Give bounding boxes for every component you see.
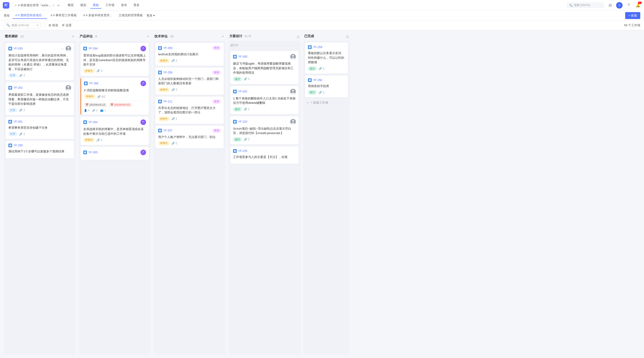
card-yf269: YF-269 萍萍 testhub支持我的测试计划展示 评审中 🔗 2: [155, 43, 224, 66]
card-yf292-badge[interactable]: 打开: [8, 108, 17, 112]
card-yf268-badge[interactable]: 评审中: [84, 94, 95, 99]
col2-title: 产品评估: [80, 34, 92, 38]
nav-workitem[interactable]: 工作项: [102, 2, 117, 8]
filter-icon[interactable]: ⇌: [57, 3, 60, 7]
nav-more[interactable]: 更多: [131, 2, 142, 8]
card-yf268-links[interactable]: 🔗 0/2: [97, 95, 105, 98]
board-search[interactable]: 🔍 搜索 (Ctrl+G) ∨: [4, 22, 41, 28]
col1-add-btn[interactable]: ＋: [71, 34, 75, 39]
card-yf256-id[interactable]: YF-256: [313, 79, 322, 82]
sub-more-btn[interactable]: 更多 ▾: [146, 13, 155, 18]
card-yf294-links[interactable]: 🔗 2: [96, 69, 102, 72]
card-yf207-header: YF-207 萍萍: [158, 129, 221, 133]
card-yf264-links[interactable]: 🔗 2: [96, 139, 102, 142]
card-yf206-id[interactable]: YF-206: [163, 71, 172, 74]
card-yf256-badge[interactable]: 设计: [308, 90, 317, 95]
card-yf294-badge[interactable]: 评审中: [83, 69, 95, 73]
nav-release[interactable]: 发布: [118, 2, 130, 8]
card-yf293-badge[interactable]: 打开: [8, 73, 17, 78]
card-yf290-id[interactable]: YF-290: [14, 144, 22, 147]
notification-btn[interactable]: 🔔 5: [635, 2, 641, 8]
card-yf211-content: 共享出去后的链接地址，打开图片预览太大了，顶部会遮挡住图片的一部分: [158, 106, 221, 115]
nav-plan[interactable]: 规划: [78, 2, 89, 8]
card-yf291-id[interactable]: YF-291: [14, 120, 22, 123]
card-yf256-links[interactable]: 🔗 2: [319, 91, 324, 94]
card-yf207-id[interactable]: YF-207: [163, 129, 172, 132]
card-yf256-footer: 设计 🔗 2: [308, 90, 345, 95]
nav-overview[interactable]: 概览: [65, 2, 76, 8]
card-yf292-id[interactable]: YF-292: [14, 86, 22, 89]
filter-btn[interactable]: ⊟: [607, 2, 613, 8]
sub-tab-2[interactable]: # 事务型工作看板: [48, 12, 80, 19]
card-yf220-links[interactable]: 🔗 2: [244, 138, 250, 141]
col4-title: 方案设计: [229, 34, 242, 38]
help-btn[interactable]: ？: [626, 2, 632, 8]
search-expand[interactable]: ∨: [36, 24, 38, 27]
card-yf211-id[interactable]: YF-211: [163, 100, 172, 103]
col4-add-btn[interactable]: △: [297, 34, 300, 38]
card-yf225-id[interactable]: YF-225: [238, 149, 247, 153]
section-line: [240, 45, 299, 45]
card-yf206-links[interactable]: 🔗 2: [172, 88, 177, 91]
star-icon[interactable]: ☆: [52, 3, 55, 7]
card-yf260-links[interactable]: 🔗 2: [244, 77, 250, 81]
new-button[interactable]: + 新建: [625, 12, 640, 19]
card-yf293-links[interactable]: 🔗 2: [19, 74, 25, 77]
card-yf259-id[interactable]: YF-259: [313, 45, 322, 49]
card-yf262-id[interactable]: YF-262: [238, 90, 247, 93]
card-yf292-links[interactable]: 🔗 2: [19, 109, 25, 112]
sub-tab-1[interactable]: # 预研型研发项目...: [12, 12, 47, 19]
card-yf260-badge[interactable]: 设计: [233, 77, 242, 81]
card-yf259-badge[interactable]: 设计: [308, 66, 317, 71]
card-yf293-more[interactable]: ⋯: [61, 47, 64, 50]
card-yf293-id[interactable]: YF-293: [14, 47, 22, 50]
card-yf262-badge[interactable]: 设计: [233, 107, 242, 112]
date-start: 📅 2023年8月1日: [84, 103, 107, 107]
add-workitem-btn[interactable]: ＋ + 新建工作项: [305, 99, 348, 106]
card-yf292-content: 界面最底部工作项，直接修改状态的状态选择弹窗，希望像协作版一样能自动翻过来，不至…: [8, 92, 71, 106]
card-yf268-id[interactable]: YF-268: [89, 82, 98, 85]
card-yf291-links[interactable]: 🔗 2: [19, 132, 25, 136]
card-yf269-badge[interactable]: 评审中: [158, 59, 170, 63]
card-yf220-id[interactable]: YF-220: [238, 120, 247, 123]
svg-point-21: [292, 55, 294, 57]
card-type-icon: [8, 144, 12, 147]
add-btn[interactable]: ＋: [616, 2, 622, 8]
card-yf269-links[interactable]: 🔗 2: [172, 59, 177, 62]
svg-rect-13: [85, 82, 87, 84]
card-yf264-badge[interactable]: 评审中: [83, 138, 95, 142]
card-yf206-badge[interactable]: 评审中: [158, 88, 170, 92]
svg-rect-20: [234, 56, 236, 58]
card-yf269-id[interactable]: YF-269: [163, 46, 172, 50]
card-yf207-badge[interactable]: 评审中: [158, 141, 170, 146]
settings-btn[interactable]: ⚙ 设置: [62, 23, 72, 27]
card-yf265-id[interactable]: YF-265: [88, 151, 98, 154]
filter-btn[interactable]: ⊞ 筛选: [48, 23, 58, 27]
card-yf207-links[interactable]: 🔗 2: [172, 142, 177, 145]
svg-rect-16: [159, 47, 161, 49]
card-yf291-header: YF-291: [8, 120, 71, 124]
card-yf211-badge[interactable]: 评审中: [158, 117, 170, 121]
card-yf260-id[interactable]: YF-260: [238, 55, 247, 58]
card-type-icon: [83, 47, 87, 50]
col5-add-btn[interactable]: △: [346, 34, 349, 38]
column-header-5: 已完成 △: [303, 34, 350, 41]
top-search[interactable]: 🔍 搜索 (Ctrl+K): [567, 2, 604, 8]
tag-pingping4: 萍萍: [212, 129, 221, 133]
sub-tab-3[interactable]: # 多版本研发需求...: [80, 12, 115, 19]
card-type-icon: [233, 149, 237, 153]
card-yf220-badge[interactable]: 设计: [233, 137, 242, 142]
card-yf264-id[interactable]: YF-264: [88, 121, 98, 124]
card-type-icon: [8, 86, 12, 90]
sub-tab-4[interactable]: 立项流程管理看板: [116, 12, 146, 19]
card-yf291-badge[interactable]: 打开: [8, 132, 17, 136]
col2-add-btn[interactable]: ＋: [146, 34, 150, 39]
card-yf262-links[interactable]: 🔗 2: [244, 108, 250, 111]
card-yf294-id[interactable]: YF-294: [88, 47, 98, 50]
card-yf292-avatar: [66, 85, 71, 91]
card-yf259-links[interactable]: 🔗 2: [319, 67, 324, 70]
project-name[interactable]: # 研发项目管理「kanb...: [18, 3, 51, 7]
card-yf211-links[interactable]: 🔗 2: [172, 117, 177, 120]
nav-board[interactable]: 看板: [90, 2, 102, 8]
col3-add-btn[interactable]: ＋: [221, 34, 225, 39]
